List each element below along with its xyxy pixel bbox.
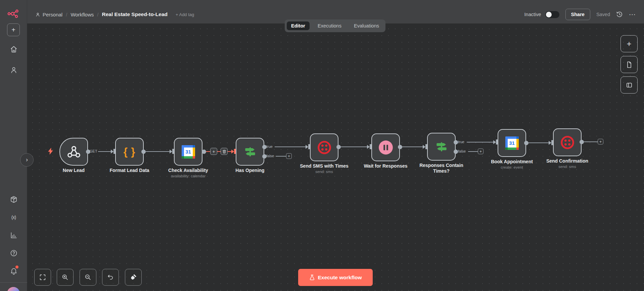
- workflow-title[interactable]: Real Estate Speed-to-Lead: [102, 11, 168, 17]
- share-button[interactable]: Share: [565, 9, 590, 20]
- output-port[interactable]: [580, 140, 584, 144]
- node-body[interactable]: [553, 128, 582, 156]
- more-options-button[interactable]: ⋯: [629, 10, 636, 18]
- zoom-in-button[interactable]: [57, 269, 74, 286]
- node-send-confirmation[interactable]: Send Confirmation send: sms: [553, 128, 582, 156]
- output-port-true[interactable]: [262, 145, 267, 149]
- connection-arrow: [493, 140, 496, 144]
- node-subtitle: create: event: [480, 165, 544, 169]
- node-send-sms-with-times[interactable]: Send SMS with Times send: sms: [310, 133, 338, 161]
- output-port[interactable]: [336, 145, 341, 149]
- connection-line[interactable]: [341, 147, 367, 147]
- add-node-button[interactable]: +: [620, 35, 638, 52]
- node-new-lead[interactable]: New Lead: [59, 138, 88, 166]
- connection-arrow: [170, 150, 172, 154]
- zoom-to-fit-button[interactable]: [34, 269, 51, 286]
- undo-button[interactable]: [102, 269, 119, 286]
- add-node-on-connection-button[interactable]: +: [210, 148, 217, 155]
- node-title: Check Availability: [156, 168, 220, 173]
- add-node-endpoint-button[interactable]: +: [478, 149, 484, 154]
- input-port: [234, 149, 236, 154]
- saved-status: Saved: [596, 12, 610, 17]
- connection-arrow: [367, 145, 370, 149]
- twilio-icon: [317, 140, 332, 155]
- node-has-opening[interactable]: Has Opening: [236, 138, 264, 166]
- node-body[interactable]: 31: [498, 129, 526, 157]
- bar-chart-icon: [10, 231, 18, 239]
- output-port-true[interactable]: [454, 140, 458, 144]
- sidebar-item-notifications[interactable]: [9, 267, 18, 275]
- google-calendar-icon: 31: [182, 145, 195, 159]
- n8n-workflow-editor: Personal / Workflows / Real Estate Speed…: [0, 0, 644, 291]
- breadcrumb-section[interactable]: Workflows: [71, 12, 94, 17]
- sidebar-item-home[interactable]: [9, 45, 18, 53]
- sidebar-expand-handle[interactable]: ›: [20, 153, 34, 167]
- output-port-false[interactable]: [262, 154, 267, 159]
- connection-arrow: [549, 141, 551, 145]
- node-title: New Lead: [42, 168, 106, 173]
- history-icon: [616, 11, 623, 18]
- node-body[interactable]: [427, 133, 456, 161]
- connection-line[interactable]: [528, 142, 549, 143]
- sidebar-item-variables[interactable]: (x): [9, 213, 18, 221]
- node-body[interactable]: 31: [174, 138, 202, 166]
- node-responses-contain-times[interactable]: Responses Contain Times?: [427, 133, 456, 161]
- breadcrumb-project-label[interactable]: Personal: [43, 12, 62, 17]
- node-subtitle: send: sms: [536, 165, 599, 169]
- connection-line[interactable]: [146, 151, 170, 152]
- sidebar-item-personal[interactable]: [9, 66, 18, 74]
- output-port[interactable]: [524, 141, 528, 145]
- connection-line[interactable]: [98, 151, 111, 152]
- sidebar-item-templates[interactable]: [9, 195, 18, 203]
- activation-toggle[interactable]: [545, 11, 559, 18]
- fit-view-icon: [39, 274, 46, 281]
- n8n-logo-icon[interactable]: [7, 9, 19, 19]
- breadcrumb-separator: /: [97, 12, 98, 17]
- history-button[interactable]: [616, 11, 623, 18]
- add-sticky-note-button[interactable]: [620, 56, 638, 73]
- node-format-lead-data[interactable]: { } Format Lead Data: [115, 138, 144, 166]
- add-tag-button[interactable]: + Add tag: [176, 12, 194, 17]
- output-port[interactable]: [202, 150, 206, 154]
- connection-line[interactable]: [276, 156, 286, 157]
- toggle-panel-button[interactable]: [620, 76, 638, 94]
- output-port-false[interactable]: [454, 150, 458, 154]
- node-body[interactable]: [236, 138, 264, 166]
- tab-executions[interactable]: Executions: [313, 21, 346, 30]
- output-port[interactable]: [398, 145, 402, 149]
- undo-icon: [107, 274, 114, 281]
- tab-editor[interactable]: Editor: [287, 21, 310, 30]
- connection-arrow: [306, 145, 308, 149]
- node-body[interactable]: [59, 138, 88, 166]
- sidebar-item-insights[interactable]: [9, 231, 18, 239]
- connection-line[interactable]: [467, 142, 493, 142]
- output-port[interactable]: [141, 150, 146, 154]
- zoom-out-button[interactable]: [80, 269, 96, 286]
- trash-icon: [222, 150, 226, 154]
- sidebar-item-help[interactable]: [9, 249, 18, 257]
- input-port: [370, 144, 371, 149]
- if-signpost-icon: [434, 140, 449, 154]
- connection-line[interactable]: [275, 147, 306, 147]
- node-body[interactable]: [310, 133, 338, 161]
- connection-line[interactable]: [468, 151, 478, 152]
- user-avatar[interactable]: [7, 287, 20, 291]
- execute-workflow-button[interactable]: Execute workflow: [298, 269, 373, 286]
- connection-line[interactable]: [584, 141, 598, 142]
- add-workflow-button[interactable]: +: [7, 23, 20, 36]
- node-body[interactable]: { }: [115, 138, 144, 166]
- connection-line[interactable]: [402, 147, 423, 147]
- tidy-up-button[interactable]: [125, 269, 142, 286]
- node-body[interactable]: [371, 133, 400, 161]
- user-icon: [35, 12, 40, 17]
- connection-arrow: [423, 145, 425, 149]
- add-node-endpoint-button[interactable]: +: [286, 153, 292, 159]
- tab-evaluations[interactable]: Evaluations: [350, 21, 383, 30]
- node-book-appointment[interactable]: 31 Book Appointment create: event: [498, 129, 526, 157]
- delete-connection-button[interactable]: [221, 148, 228, 155]
- node-check-availability[interactable]: 31 Check Availability availability: cale…: [174, 138, 202, 166]
- breadcrumb-project[interactable]: Personal: [35, 12, 62, 17]
- connection-arrow: [231, 150, 234, 154]
- add-node-endpoint-button[interactable]: +: [598, 139, 603, 144]
- node-wait-for-responses[interactable]: Wait for Responses: [371, 133, 400, 161]
